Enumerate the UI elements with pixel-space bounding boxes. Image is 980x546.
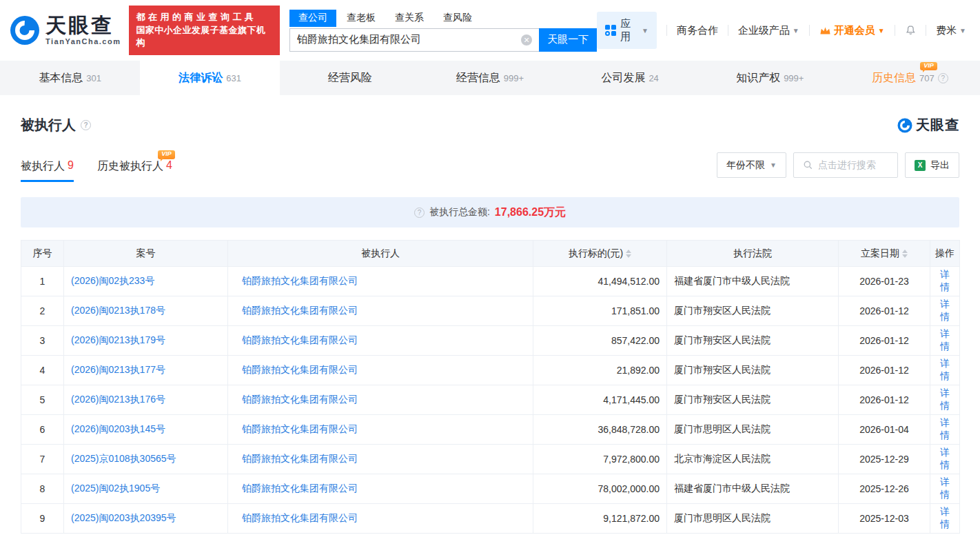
tab-3[interactable]: 经营风险 xyxy=(280,61,420,95)
executed-person-link[interactable]: 铂爵旅拍文化集团有限公司 xyxy=(242,364,358,375)
executed-person-link[interactable]: 铂爵旅拍文化集团有限公司 xyxy=(242,453,358,464)
case-number-link[interactable]: (2026)闽02执233号 xyxy=(71,275,154,286)
detail-link[interactable]: 详情 xyxy=(940,506,950,529)
tab-label: 经营风险 xyxy=(328,71,372,85)
case-number-cell: (2026)闽0213执178号 xyxy=(64,296,228,326)
executed-person-cell: 铂爵旅拍文化集团有限公司 xyxy=(228,445,533,474)
apps-menu-button[interactable]: 应用 ▼ xyxy=(597,12,657,49)
executed-person-link[interactable]: 铂爵旅拍文化集团有限公司 xyxy=(242,334,358,345)
search-area: 查公司查老板查关系查风险 ✕ 天眼一下 xyxy=(289,10,597,52)
tab-6[interactable]: 知识产权999+ xyxy=(700,61,840,95)
search-tab[interactable]: 查风险 xyxy=(434,10,481,27)
column-header-label: 执行法院 xyxy=(733,247,772,260)
clear-search-icon[interactable]: ✕ xyxy=(521,34,532,46)
table-row: 1(2026)闽02执233号铂爵旅拍文化集团有限公司41,494,512.00… xyxy=(21,267,960,296)
case-number-link[interactable]: (2026)闽0213执176号 xyxy=(71,394,165,405)
subtab-count: 9 xyxy=(68,159,74,174)
column-header[interactable]: 执行标的(元) xyxy=(533,241,667,267)
row-number-cell: 1 xyxy=(21,267,64,296)
slogan-line1: 都在用的商业查询工具 xyxy=(136,11,272,24)
case-number-link[interactable]: (2025)闽02执1905号 xyxy=(71,483,160,494)
executed-person-link[interactable]: 铂爵旅拍文化集团有限公司 xyxy=(242,394,358,405)
user-menu[interactable]: 费米 ▼ xyxy=(936,24,966,37)
table-row: 7(2025)京0108执30565号铂爵旅拍文化集团有限公司7,972,800… xyxy=(21,445,960,474)
tab-count: 999+ xyxy=(784,73,804,83)
subtab-label: 被执行人 xyxy=(21,159,65,174)
tab-inner: 法律诉讼631 xyxy=(178,71,241,85)
column-header[interactable]: 立案日期 xyxy=(839,241,930,267)
tianyancha-logo[interactable]: 天眼查 TianYanCha.com xyxy=(10,15,121,46)
search-tab[interactable]: 查公司 xyxy=(289,10,336,27)
apps-grid-icon xyxy=(605,25,616,36)
executed-persons-table: 序号案号被执行人执行标的(元)执行法院立案日期操作 1(2026)闽02执233… xyxy=(21,240,960,534)
detail-link[interactable]: 详情 xyxy=(940,269,950,292)
detail-link[interactable]: 详情 xyxy=(940,358,950,381)
slogan-line2: 国家中小企业发展子基金旗下机构 xyxy=(136,24,272,50)
search-input[interactable] xyxy=(289,28,539,52)
executed-person-link[interactable]: 铂爵旅拍文化集团有限公司 xyxy=(242,423,358,434)
tab-4[interactable]: 经营信息999+ xyxy=(420,61,560,95)
help-icon[interactable]: ? xyxy=(938,73,948,83)
case-number-cell: (2026)闽0203执145号 xyxy=(64,415,228,445)
export-button[interactable]: X 导出 xyxy=(905,152,959,178)
filing-date-cell: 2026-01-04 xyxy=(839,415,930,445)
search-button[interactable]: 天眼一下 xyxy=(539,28,597,52)
executed-person-cell: 铂爵旅拍文化集团有限公司 xyxy=(228,326,533,356)
court-cell: 厦门市翔安区人民法院 xyxy=(667,385,839,415)
executed-person-link[interactable]: 铂爵旅拍文化集团有限公司 xyxy=(242,512,358,523)
search-tab[interactable]: 查老板 xyxy=(338,10,385,27)
court-cell: 厦门市思明区人民法院 xyxy=(667,504,839,534)
tab-count: 999+ xyxy=(504,73,524,83)
year-filter-dropdown[interactable]: 年份不限 ▼ xyxy=(717,152,786,178)
detail-link[interactable]: 详情 xyxy=(940,447,950,470)
help-icon[interactable]: ? xyxy=(414,208,425,218)
case-number-link[interactable]: (2025)京0108执30565号 xyxy=(71,453,176,464)
executed-person-link[interactable]: 铂爵旅拍文化集团有限公司 xyxy=(242,275,358,286)
brand-watermark: 天眼查 xyxy=(897,116,959,134)
sort-icon[interactable] xyxy=(626,250,631,258)
action-cell: 详情 xyxy=(930,415,960,445)
column-header: 操作 xyxy=(930,241,960,267)
detail-link[interactable]: 详情 xyxy=(940,387,950,411)
detail-link[interactable]: 详情 xyxy=(940,417,950,441)
logo-title: 天眼查 xyxy=(45,15,121,36)
case-number-link[interactable]: (2026)闽0213执178号 xyxy=(71,305,165,316)
filing-date-cell: 2025-12-03 xyxy=(839,504,930,534)
row-number-cell: 5 xyxy=(21,385,64,415)
amount-cell: 36,848,728.00 xyxy=(533,415,667,445)
detail-link[interactable]: 详情 xyxy=(940,476,950,500)
case-number-link[interactable]: (2025)闽0203执20395号 xyxy=(71,512,176,523)
help-icon[interactable]: ? xyxy=(81,120,91,130)
tab-1[interactable]: 基本信息301 xyxy=(0,61,140,95)
table-row: 2(2026)闽0213执178号铂爵旅拍文化集团有限公司171,851.00厦… xyxy=(21,296,960,326)
notification-bell-icon[interactable] xyxy=(905,24,917,37)
table-row: 3(2026)闽0213执179号铂爵旅拍文化集团有限公司857,422.00厦… xyxy=(21,326,960,356)
case-number-link[interactable]: (2026)闽0213执179号 xyxy=(71,334,165,345)
tab-2[interactable]: 法律诉讼631 xyxy=(140,61,280,95)
action-cell: 详情 xyxy=(930,296,960,326)
search-tab[interactable]: 查关系 xyxy=(386,10,433,27)
nav-enterprise[interactable]: 企业级产品 ▼ xyxy=(738,24,799,37)
subtab-1[interactable]: 被执行人9 xyxy=(21,159,74,182)
username-label: 费米 xyxy=(936,24,957,37)
executed-person-cell: 铂爵旅拍文化集团有限公司 xyxy=(228,504,533,534)
table-controls: 年份不限 ▼ 点击进行搜索 X 导出 xyxy=(717,152,959,182)
nav-cooperation[interactable]: 商务合作 xyxy=(677,24,718,37)
subtab-2[interactable]: 历史被执行人4VIP xyxy=(97,159,172,182)
column-header-label: 被执行人 xyxy=(361,247,400,260)
detail-link[interactable]: 详情 xyxy=(940,299,950,322)
executed-person-link[interactable]: 铂爵旅拍文化集团有限公司 xyxy=(242,305,358,316)
apps-label: 应用 xyxy=(620,17,637,43)
sort-icon[interactable] xyxy=(902,250,908,258)
detail-link[interactable]: 详情 xyxy=(940,328,950,352)
executed-person-link[interactable]: 铂爵旅拍文化集团有限公司 xyxy=(242,483,358,494)
inline-search-box[interactable]: 点击进行搜索 xyxy=(793,152,898,178)
case-number-link[interactable]: (2026)闽0213执177号 xyxy=(71,364,165,375)
nav-open-vip[interactable]: 开通会员 ▼ xyxy=(819,24,885,37)
tab-7[interactable]: 历史信息707VIP? xyxy=(840,61,980,95)
tab-count: 301 xyxy=(86,73,101,83)
case-number-link[interactable]: (2026)闽0203执145号 xyxy=(71,423,165,434)
tab-5[interactable]: 公司发展24 xyxy=(560,61,700,95)
chevron-down-icon: ▼ xyxy=(770,161,777,169)
divider xyxy=(809,25,810,36)
